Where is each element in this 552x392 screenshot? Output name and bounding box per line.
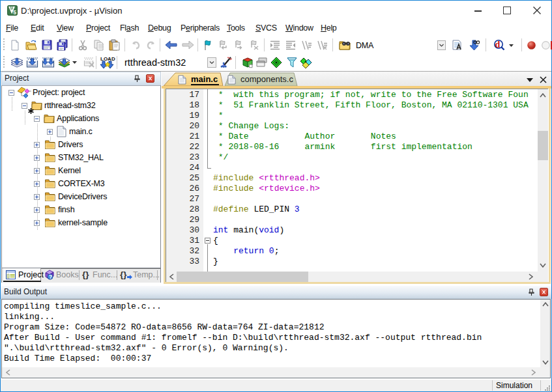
- svg-text:?: ?: [49, 273, 52, 280]
- svg-text:d: d: [495, 40, 501, 49]
- svg-text:5: 5: [13, 9, 16, 16]
